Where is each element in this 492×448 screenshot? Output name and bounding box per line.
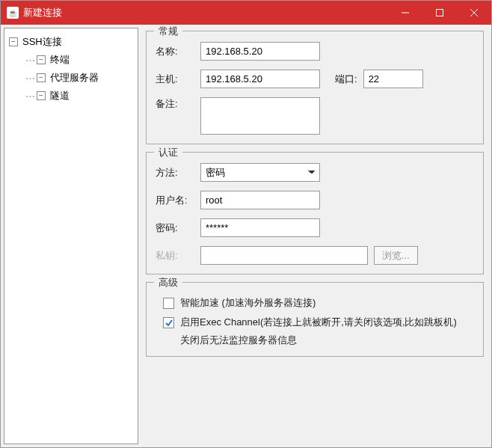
pass-input[interactable] <box>200 218 320 237</box>
host-label: 主机: <box>156 73 200 86</box>
tree-item-label: 终端 <box>50 53 70 67</box>
tree-item-label: 代理服务器 <box>50 71 99 85</box>
exec-channel-row[interactable]: 启用Exec Channel(若连接上就被断开,请关闭该选项,比如跳板机) <box>156 313 474 332</box>
general-group: 常规 名称: 主机: 端口: 备注: <box>146 31 484 144</box>
titlebar: ☕ 新建连接 <box>1 1 491 25</box>
exec-channel-subtext: 关闭后无法监控服务器信息 <box>180 332 474 347</box>
app-icon: ☕ <box>7 7 19 19</box>
exec-channel-label: 启用Exec Channel(若连接上就被断开,请关闭该选项,比如跳板机) <box>180 316 457 329</box>
tree-connector: ⋯ <box>25 55 35 66</box>
check-icon <box>164 319 173 328</box>
auth-group: 认证 方法: 密码 用户名: 密码: 私钥: <box>146 152 484 274</box>
key-input[interactable] <box>200 246 368 265</box>
advanced-group: 高级 智能加速 (加速海外服务器连接) 启用Exec Channel(若连接上就… <box>146 282 484 357</box>
port-label: 端口: <box>335 73 357 86</box>
smart-accel-label: 智能加速 (加速海外服务器连接) <box>180 296 316 310</box>
key-label: 私钥: <box>156 249 200 263</box>
tree-connector: ⋯ <box>25 90 35 102</box>
window-title: 新建连接 <box>23 6 388 19</box>
remark-input[interactable] <box>200 97 320 135</box>
tree-item-label: 隧道 <box>50 89 70 102</box>
group-title-auth: 认证 <box>154 146 182 159</box>
name-input[interactable] <box>200 42 320 61</box>
window-controls <box>388 1 491 25</box>
group-title-general: 常规 <box>154 25 182 38</box>
smart-accel-row[interactable]: 智能加速 (加速海外服务器连接) <box>156 293 474 313</box>
checkbox-exec-channel[interactable] <box>163 317 174 328</box>
minimize-button[interactable] <box>388 1 422 25</box>
leaf-icon: − <box>37 91 46 100</box>
pass-label: 密码: <box>156 221 200 235</box>
new-connection-window: ☕ 新建连接 − SSH连接 ⋯ − 终端 <box>0 0 492 448</box>
tree-item-label: SSH连接 <box>22 35 62 49</box>
svg-rect-1 <box>437 10 443 16</box>
port-input[interactable] <box>363 70 423 88</box>
checkbox-smart-accel[interactable] <box>163 298 174 309</box>
main-panel: 常规 名称: 主机: 端口: 备注: 认证 <box>138 25 491 447</box>
leaf-icon: − <box>37 73 46 82</box>
remark-label: 备注: <box>156 97 200 111</box>
connection-tree: − SSH连接 ⋯ − 终端 ⋯ − 代理服务器 ⋯ − 隧道 <box>4 33 138 105</box>
close-button[interactable] <box>457 1 491 25</box>
host-input[interactable] <box>200 70 320 88</box>
tree-connector: ⋯ <box>25 73 35 84</box>
user-input[interactable] <box>200 191 320 209</box>
method-label: 方法: <box>156 166 200 179</box>
tree-item-ssh[interactable]: − SSH连接 <box>9 33 133 51</box>
method-select[interactable]: 密码 <box>200 163 320 182</box>
collapse-icon[interactable]: − <box>9 37 18 46</box>
browse-button[interactable]: 浏览... <box>374 246 418 265</box>
name-label: 名称: <box>156 45 200 58</box>
user-label: 用户名: <box>156 194 200 207</box>
maximize-button[interactable] <box>422 1 457 25</box>
content-area: − SSH连接 ⋯ − 终端 ⋯ − 代理服务器 ⋯ − 隧道 <box>1 25 491 447</box>
leaf-icon: − <box>37 55 46 64</box>
tree-item-proxy[interactable]: ⋯ − 代理服务器 <box>9 69 133 87</box>
tree-item-terminal[interactable]: ⋯ − 终端 <box>9 51 133 69</box>
tree-item-tunnel[interactable]: ⋯ − 隧道 <box>9 87 133 105</box>
group-title-advanced: 高级 <box>154 276 182 289</box>
sidebar: − SSH连接 ⋯ − 终端 ⋯ − 代理服务器 ⋯ − 隧道 <box>4 28 138 444</box>
